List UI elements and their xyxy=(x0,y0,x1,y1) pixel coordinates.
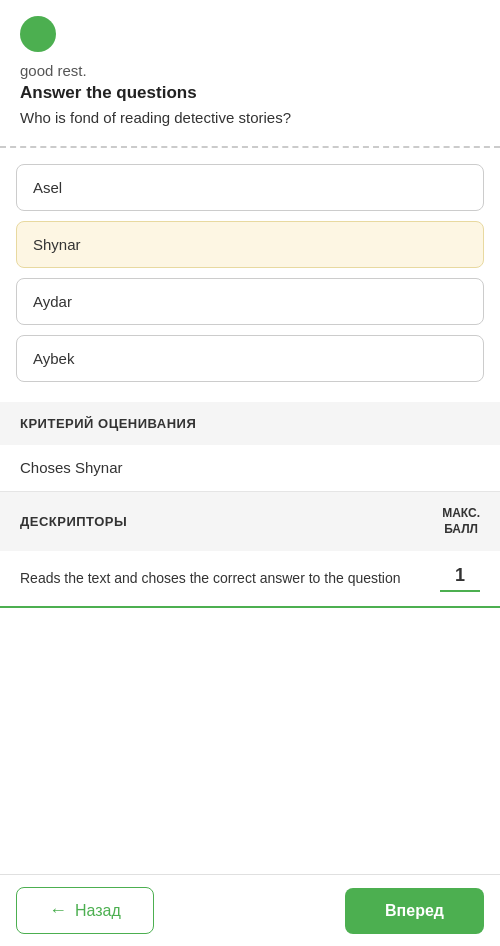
bottom-spacer xyxy=(0,608,500,688)
descriptors-header: ДЕСКРИПТОРЫ МАКС.БАЛЛ xyxy=(20,506,480,537)
back-button[interactable]: ← Назад xyxy=(16,887,154,934)
top-section: good rest. Answer the questions Who is f… xyxy=(0,0,500,146)
bottom-navigation: ← Назад Вперед xyxy=(0,874,500,946)
criteria-body-text: Choses Shynar xyxy=(20,459,123,476)
max-score-label: МАКС.БАЛЛ xyxy=(442,506,480,537)
criteria-title: КРИТЕРИЙ ОЦЕНИВАНИЯ xyxy=(20,416,480,431)
descriptors-section: ДЕСКРИПТОРЫ МАКС.БАЛЛ xyxy=(0,492,500,551)
option-shynar[interactable]: Shynar xyxy=(16,221,484,268)
back-arrow-icon: ← xyxy=(49,900,67,921)
answer-title: Answer the questions xyxy=(20,83,480,103)
option-aydar[interactable]: Aydar xyxy=(16,278,484,325)
forward-label: Вперед xyxy=(385,902,444,919)
descriptor-row: Reads the text and choses the correct an… xyxy=(0,551,500,608)
avatar xyxy=(20,16,56,52)
descriptors-title: ДЕСКРИПТОРЫ xyxy=(20,514,127,529)
forward-button[interactable]: Вперед xyxy=(345,888,484,934)
back-label: Назад xyxy=(75,902,121,920)
good-rest-text: good rest. xyxy=(20,62,480,79)
score-value: 1 xyxy=(440,565,480,592)
descriptor-text: Reads the text and choses the correct an… xyxy=(20,569,440,589)
option-aybek[interactable]: Aybek xyxy=(16,335,484,382)
option-asel[interactable]: Asel xyxy=(16,164,484,211)
criteria-body: Choses Shynar xyxy=(0,445,500,492)
section-divider xyxy=(0,146,500,148)
options-list: Asel Shynar Aydar Aybek xyxy=(0,164,500,382)
criteria-section: КРИТЕРИЙ ОЦЕНИВАНИЯ xyxy=(0,402,500,445)
question-text: Who is fond of reading detective stories… xyxy=(20,109,480,126)
